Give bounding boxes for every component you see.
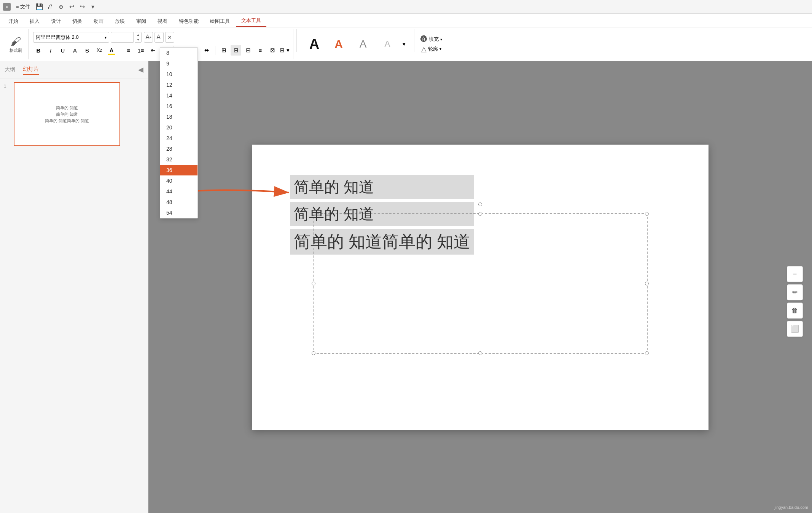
italic-btn[interactable]: I <box>45 45 56 56</box>
text-direction-btn[interactable]: ⬌ <box>201 45 212 56</box>
align-justify-btn[interactable]: ≡ <box>255 45 266 56</box>
tab-start[interactable]: 开始 <box>3 16 24 27</box>
text-style-A1-label: A <box>309 36 319 52</box>
font-size-input[interactable] <box>111 32 134 43</box>
slide-canvas[interactable]: 简单的 知道 简单的 知道 简单的 知道简单的 知道 <box>252 145 709 430</box>
strikethrough-btn[interactable]: S <box>82 45 92 56</box>
font-size-option-32[interactable]: 32 <box>160 154 197 165</box>
font-size-option-20[interactable]: 20 <box>160 122 197 133</box>
sidebar-close-btn[interactable]: ◀ <box>138 65 143 74</box>
unordered-list-btn[interactable]: ≡ <box>123 45 134 56</box>
distributed-btn[interactable]: ⊠ <box>267 45 278 56</box>
handle-bot-center[interactable] <box>478 351 482 355</box>
font-size-option-14[interactable]: 14 <box>160 90 197 101</box>
save-icon[interactable]: 💾 <box>35 3 44 11</box>
font-selector-arrow: ▾ <box>105 35 107 40</box>
tab-slideshow[interactable]: 放映 <box>110 16 130 27</box>
tab-slides[interactable]: 幻灯片 <box>23 64 39 75</box>
clear-format-btn[interactable]: ✕ <box>165 32 174 43</box>
handle-top-center[interactable] <box>478 212 482 216</box>
font-size-down-arrow[interactable]: ▼ <box>135 37 141 42</box>
tab-animation[interactable]: 动画 <box>88 16 109 27</box>
separator-after-styles <box>414 29 414 52</box>
handle-bot-left[interactable] <box>312 351 315 355</box>
undo-icon[interactable]: ↩ <box>67 3 76 11</box>
highlight-color-btn[interactable]: A <box>106 44 117 56</box>
font-size-option-12[interactable]: 12 <box>160 80 197 90</box>
align-center-btn[interactable]: ⊟ <box>231 45 241 56</box>
slide-list: 1 简单的 知道 简单的 知道 简单的 知道简单的 知道 <box>0 78 148 513</box>
font-size-up-arrow[interactable]: ▲ <box>135 32 141 37</box>
handle-mid-right[interactable] <box>645 282 649 285</box>
handle-mid-left[interactable] <box>312 282 315 285</box>
separator <box>120 46 120 55</box>
align-right-btn[interactable]: ⊟ <box>243 45 253 56</box>
tab-review[interactable]: 审阅 <box>131 16 151 27</box>
outline-icon: △ <box>421 45 427 53</box>
scan-icon[interactable]: ⊕ <box>57 3 65 11</box>
tab-design[interactable]: 设计 <box>46 16 66 27</box>
font-size-option-10[interactable]: 10 <box>160 69 197 80</box>
sidebar-tabs: 大纲 幻灯片 ◀ <box>0 61 148 78</box>
font-size-option-9[interactable]: 9 <box>160 58 197 69</box>
align-more-btn[interactable]: ⊞ ▾ <box>279 45 290 56</box>
fill-btn[interactable]: 🅐 填充 ▾ <box>420 35 442 43</box>
separator3 <box>215 46 215 55</box>
fill-dropdown-arrow: ▾ <box>440 37 442 41</box>
font-size-option-8[interactable]: 8 <box>160 48 197 58</box>
align-left-btn[interactable]: ⊞ <box>218 45 229 56</box>
font-size-option-54[interactable]: 54 <box>160 207 197 218</box>
font-size-option-36[interactable]: 36 <box>160 165 197 175</box>
handle-top-right[interactable] <box>645 212 649 216</box>
outline-btn[interactable]: △ 轮廓 ▾ <box>421 45 441 53</box>
minimize-btn[interactable]: − <box>787 266 803 282</box>
rotate-handle[interactable] <box>478 202 482 206</box>
handle-bot-right[interactable] <box>645 351 649 355</box>
more-icon[interactable]: ▾ <box>89 3 97 11</box>
slide-thumb-line1: 简单的 知道 <box>56 105 78 111</box>
text-style-more-btn[interactable]: ▾ <box>400 33 408 56</box>
outline-font-btn[interactable]: A <box>70 45 80 56</box>
tab-transition[interactable]: 切换 <box>67 16 88 27</box>
font-selector[interactable]: 阿里巴巴普惠体 2.0 ▾ <box>33 32 109 43</box>
font-size-option-40[interactable]: 40 <box>160 175 197 186</box>
ordered-list-btn[interactable]: 1≡ <box>135 45 146 56</box>
separator-before-styles <box>296 29 297 52</box>
format-brush-group: 🖌 格式刷 <box>3 29 29 59</box>
subscript-btn[interactable]: X2 <box>94 45 105 56</box>
fill-outline-group: 🅐 填充 ▾ △ 轮廓 ▾ <box>417 29 445 59</box>
menu-btn[interactable]: ≡ 文件 <box>13 3 33 11</box>
tab-view[interactable]: 视图 <box>152 16 173 27</box>
text-style-gray[interactable]: A <box>352 33 374 56</box>
font-size-option-28[interactable]: 28 <box>160 143 197 154</box>
tab-insert[interactable]: 插入 <box>24 16 45 27</box>
tab-drawing-tools[interactable]: 绘图工具 <box>205 16 235 27</box>
text-style-black[interactable]: A <box>303 33 326 56</box>
ribbon-content: 🖌 格式刷 阿里巴巴普惠体 2.0 ▾ ▲ ▼ <box>0 27 812 61</box>
pencil-btn[interactable]: ✏ <box>787 284 803 300</box>
slide-thumb-line3: 简单的 知道简单的 知道 <box>45 118 89 124</box>
underline-btn[interactable]: U <box>57 45 68 56</box>
frame-btn[interactable]: ⬜ <box>787 321 803 337</box>
text-style-orange[interactable]: A <box>327 33 350 56</box>
slide-thumbnail[interactable]: 简单的 知道 简单的 知道 简单的 知道简单的 知道 <box>14 82 120 146</box>
tab-text-tools[interactable]: 文本工具 <box>236 15 266 27</box>
format-brush-btn[interactable]: 🖌 格式刷 <box>6 35 25 54</box>
tab-outline[interactable]: 大纲 <box>5 65 15 75</box>
print-icon[interactable]: 🖨 <box>46 3 54 11</box>
font-size-arrows: ▲ ▼ <box>135 32 142 43</box>
font-size-option-48[interactable]: 48 <box>160 197 197 207</box>
main-area: 大纲 幻灯片 ◀ 1 简单的 知道 简单的 知道 简单的 知道简单的 知道 <box>0 61 812 513</box>
redo-icon[interactable]: ↪ <box>78 3 86 11</box>
decrease-font-btn[interactable]: A- <box>154 32 164 43</box>
font-size-option-16[interactable]: 16 <box>160 101 197 112</box>
bold-btn[interactable]: B <box>33 45 44 56</box>
font-size-option-24[interactable]: 24 <box>160 133 197 143</box>
increase-font-btn[interactable]: A+ <box>144 32 153 43</box>
tab-special[interactable]: 特色功能 <box>174 16 204 27</box>
font-size-option-44[interactable]: 44 <box>160 186 197 197</box>
text-style-light[interactable]: A <box>376 33 399 56</box>
font-size-option-18[interactable]: 18 <box>160 112 197 122</box>
eraser-btn[interactable]: 🗑 <box>787 303 803 319</box>
indent-decrease-btn[interactable]: ⇤ <box>148 45 158 56</box>
